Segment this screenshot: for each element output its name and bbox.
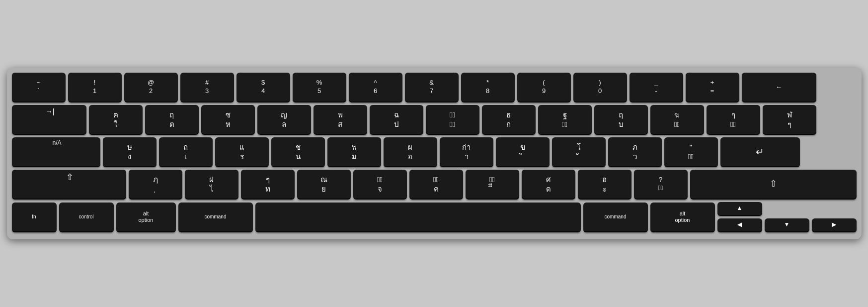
caps-row: n/A ษ ง ถ เ แ ร ช น พ ม ผ อ ก่า า: [12, 137, 857, 167]
arrow-keys: ▲ ◀ ▼ ▶: [717, 202, 857, 232]
number-row: ~ ` ! 1 @ 2 # 3 $ 4 % 5 ^ 6 & 7: [12, 73, 857, 102]
key-arrow-left[interactable]: ◀: [717, 218, 762, 232]
key-left-alt[interactable]: alt option: [116, 203, 176, 232]
key-w[interactable]: ฤ ต: [145, 105, 199, 135]
key-i[interactable]: ธ ก: [482, 105, 536, 135]
key-j[interactable]: ก่า า: [440, 137, 493, 167]
key-a[interactable]: ษ ง: [103, 137, 157, 167]
key-0[interactable]: ) 0: [573, 73, 627, 102]
key-semicolon[interactable]: ภ ว: [608, 137, 662, 167]
key-enter[interactable]: ↵: [720, 137, 800, 167]
key-q[interactable]: ฅ ใ: [89, 105, 143, 135]
key-left-command[interactable]: command: [178, 203, 253, 232]
key-right-alt[interactable]: alt option: [650, 203, 715, 232]
key-caps-lock[interactable]: n/A: [12, 137, 100, 167]
key-fn[interactable]: fn: [12, 203, 57, 232]
key-right-command[interactable]: command: [583, 203, 648, 232]
key-9[interactable]: ( 9: [517, 73, 571, 102]
keyboard: ~ ` ! 1 @ 2 # 3 $ 4 % 5 ^ 6 & 7: [7, 68, 862, 239]
key-o[interactable]: ฐ า̂: [538, 105, 592, 135]
key-u[interactable]: ถ̈ ถ̊: [426, 105, 479, 135]
key-v[interactable]: ณ ย: [297, 170, 351, 200]
key-minus[interactable]: _ -: [630, 73, 683, 102]
key-c[interactable]: ๆ ท: [241, 170, 295, 200]
key-period[interactable]: ฮ ะ: [578, 170, 631, 200]
key-3[interactable]: # 3: [180, 73, 234, 102]
key-p[interactable]: ฤ บ: [594, 105, 648, 135]
key-s[interactable]: ถ เ: [159, 137, 213, 167]
tab-row: →| ฅ ใ ฤ ต ซ ห ญ ล พ ส ฉ ป ถ̈ ถ̊: [12, 105, 857, 135]
key-d[interactable]: แ ร: [215, 137, 269, 167]
key-arrow-down[interactable]: ▼: [765, 218, 809, 232]
key-m[interactable]: ถ̈ ีี: [466, 170, 519, 200]
key-slash[interactable]: ? ิ̈: [634, 170, 688, 200]
key-bracket-right[interactable]: ๆ พ̈: [707, 105, 760, 135]
key-6[interactable]: ^ 6: [349, 73, 402, 102]
key-t[interactable]: พ ส: [314, 105, 367, 135]
key-5[interactable]: % 5: [293, 73, 346, 102]
key-f[interactable]: ช น: [271, 137, 325, 167]
key-1[interactable]: ! 1: [68, 73, 122, 102]
key-8[interactable]: * 8: [461, 73, 515, 102]
key-h[interactable]: ผ อ: [384, 137, 437, 167]
key-quote[interactable]: " ิ̈: [664, 137, 718, 167]
key-n[interactable]: ิ̈ ค: [409, 170, 463, 200]
key-tab[interactable]: →|: [12, 105, 86, 135]
key-arrow-up[interactable]: ▲: [717, 202, 762, 216]
key-k[interactable]: ข ิ: [496, 137, 550, 167]
key-x[interactable]: ฝ ไ: [185, 170, 238, 200]
key-left-shift[interactable]: ⇧: [12, 170, 126, 200]
key-y[interactable]: ฉ ป: [370, 105, 423, 135]
key-grave[interactable]: ~ `: [12, 73, 66, 102]
key-r[interactable]: ญ ล: [257, 105, 311, 135]
key-g[interactable]: พ ม: [327, 137, 381, 167]
key-arrow-right[interactable]: ▶: [812, 218, 857, 232]
key-4[interactable]: $ 4: [237, 73, 290, 102]
key-backspace[interactable]: ←: [742, 73, 816, 102]
key-bracket-left[interactable]: ฆ ธ̈: [650, 105, 704, 135]
key-right-shift[interactable]: ⇧: [690, 170, 857, 200]
key-control[interactable]: control: [59, 203, 114, 232]
bottom-row: fn control alt option command command al…: [12, 202, 857, 232]
shift-row: ⇧ ฦ ฺ ฝ ไ ๆ ท ณ ย ถ̊ จ ิ̈ ค ถ̈ ีี: [12, 170, 857, 200]
key-comma[interactable]: ศ ด: [522, 170, 575, 200]
key-spacebar[interactable]: [255, 203, 581, 232]
key-equal[interactable]: + =: [686, 73, 739, 102]
key-backslash[interactable]: ฬ ๆ: [763, 105, 816, 135]
key-b[interactable]: ถ̊ จ: [353, 170, 407, 200]
key-2[interactable]: @ 2: [124, 73, 178, 102]
key-7[interactable]: & 7: [405, 73, 459, 102]
key-l[interactable]: โ ั: [552, 137, 606, 167]
key-e[interactable]: ซ ห: [201, 105, 255, 135]
key-z[interactable]: ฦ ฺ: [129, 170, 182, 200]
